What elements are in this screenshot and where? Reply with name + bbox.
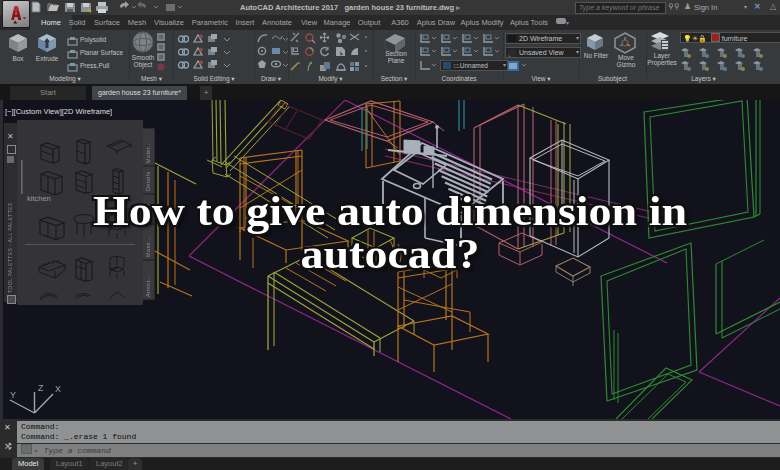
svg-text:X: X [55,384,61,394]
svg-text:Y: Y [10,390,16,400]
svg-text:Z: Z [38,383,44,393]
